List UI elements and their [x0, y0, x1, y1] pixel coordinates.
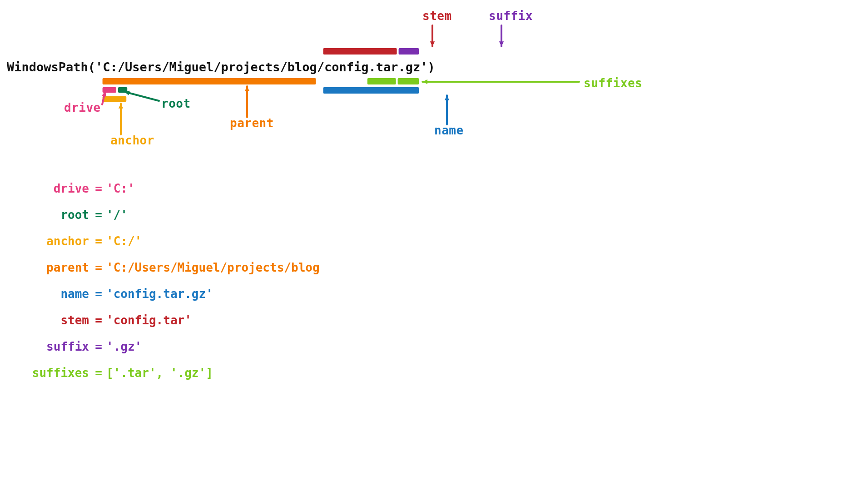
svg-marker-14 [422, 79, 427, 84]
property-stem: stem='config.tar' [8, 307, 320, 333]
equals-sign: = [91, 333, 106, 360]
svg-marker-16 [124, 91, 130, 95]
property-key: stem [8, 307, 91, 333]
property-anchor: anchor='C:/' [8, 228, 320, 254]
label-anchor: anchor [110, 134, 154, 147]
property-value: '/' [106, 202, 128, 228]
label-name: name [434, 124, 464, 137]
label-root: root [161, 97, 191, 110]
svg-rect-2 [103, 78, 316, 84]
property-suffixes: suffixes=['.tar', '.gz'] [8, 360, 320, 386]
label-suffix: suffix [489, 9, 533, 23]
svg-rect-1 [399, 48, 419, 55]
property-root: root='/' [8, 202, 320, 228]
svg-marker-18 [102, 91, 106, 97]
svg-rect-5 [103, 87, 116, 93]
svg-rect-4 [398, 78, 419, 84]
property-suffix: suffix='.gz' [8, 333, 320, 360]
svg-line-15 [124, 92, 159, 101]
svg-marker-20 [245, 86, 249, 91]
property-key: anchor [8, 228, 91, 254]
svg-line-17 [102, 91, 105, 104]
property-value: 'C:' [106, 175, 135, 202]
svg-marker-22 [119, 104, 123, 109]
svg-rect-6 [118, 87, 127, 93]
equals-sign: = [91, 307, 106, 333]
equals-sign: = [91, 360, 106, 386]
label-parent: parent [230, 116, 274, 130]
properties-list: drive='C:'root='/'anchor='C:/'parent='C:… [8, 175, 320, 386]
equals-sign: = [91, 254, 106, 281]
property-key: drive [8, 175, 91, 202]
property-value: 'config.tar' [106, 307, 192, 333]
property-value: 'C:/' [106, 228, 142, 254]
property-value: 'C:/Users/Miguel/projects/blog [106, 254, 320, 281]
property-key: root [8, 202, 91, 228]
path-expression: WindowsPath('C:/Users/Miguel/projects/bl… [7, 60, 435, 74]
property-parent: parent='C:/Users/Miguel/projects/blog [8, 254, 320, 281]
svg-rect-8 [103, 96, 127, 102]
property-key: suffixes [8, 360, 91, 386]
property-key: parent [8, 254, 91, 281]
property-value: '.gz' [106, 333, 142, 360]
property-key: name [8, 281, 91, 307]
property-value: 'config.tar.gz' [106, 281, 213, 307]
property-name: name='config.tar.gz' [8, 281, 320, 307]
equals-sign: = [91, 228, 106, 254]
label-drive: drive [64, 101, 101, 114]
svg-rect-7 [323, 87, 419, 94]
label-suffixes: suffixes [584, 76, 642, 90]
svg-rect-3 [367, 78, 396, 84]
equals-sign: = [91, 175, 106, 202]
svg-marker-10 [430, 41, 435, 46]
property-key: suffix [8, 333, 91, 360]
equals-sign: = [91, 202, 106, 228]
property-drive: drive='C:' [8, 175, 320, 202]
label-stem: stem [422, 9, 452, 23]
property-value: ['.tar', '.gz'] [106, 360, 213, 386]
svg-rect-0 [323, 48, 397, 55]
svg-marker-12 [499, 41, 504, 46]
equals-sign: = [91, 281, 106, 307]
svg-marker-24 [445, 95, 449, 100]
